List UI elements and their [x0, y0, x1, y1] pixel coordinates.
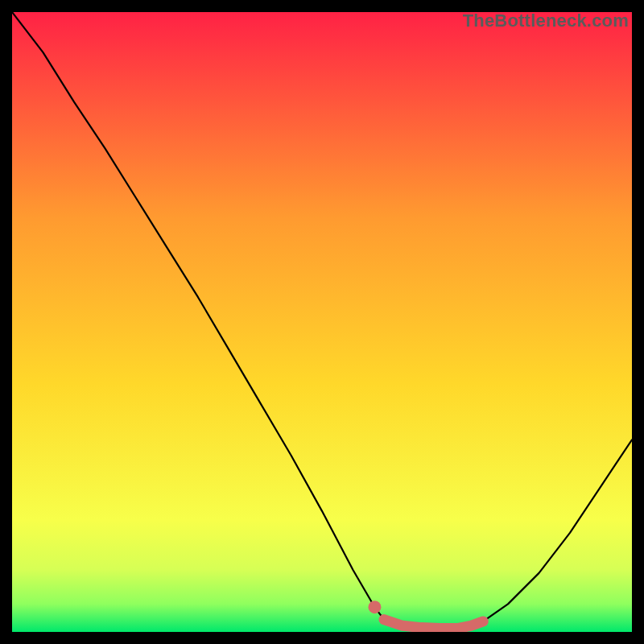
bottleneck-chart	[12, 12, 632, 632]
chart-frame: TheBottleneck.com	[12, 12, 632, 632]
watermark-text: TheBottleneck.com	[463, 10, 629, 31]
gradient-background	[12, 12, 632, 632]
highlight-dot	[368, 601, 381, 613]
